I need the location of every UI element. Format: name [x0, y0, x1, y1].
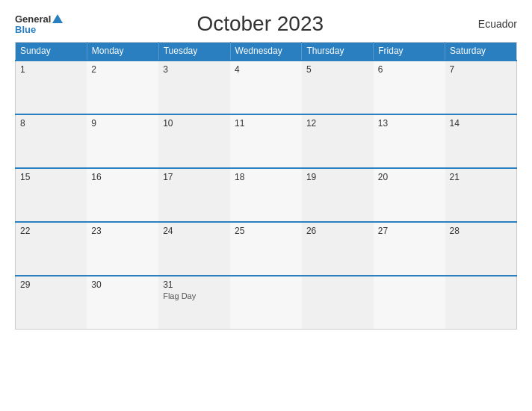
- calendar-day: 15: [16, 168, 87, 222]
- day-number: 16: [91, 172, 154, 182]
- calendar-week-3: 15161718192021: [16, 168, 517, 222]
- day-number: 17: [163, 172, 226, 182]
- day-number: 13: [378, 118, 441, 129]
- calendar-page: General Blue October 2023 Ecuador Sunday…: [0, 0, 532, 411]
- days-header-row: Sunday Monday Tuesday Wednesday Thursday…: [16, 43, 517, 61]
- calendar-day: 19: [302, 168, 374, 222]
- calendar-day: 30: [87, 276, 158, 330]
- calendar-day: 11: [230, 114, 302, 168]
- calendar-day: 25: [230, 222, 302, 276]
- day-number: 10: [163, 118, 226, 129]
- calendar-day: 10: [158, 114, 230, 168]
- day-event: Flag Day: [163, 291, 226, 300]
- day-number: 2: [91, 64, 154, 75]
- logo-general-text: General: [15, 14, 51, 24]
- day-number: 25: [235, 226, 297, 236]
- day-number: 31: [163, 279, 226, 290]
- header-monday: Monday: [87, 43, 158, 61]
- calendar-day: [445, 276, 517, 330]
- day-number: 4: [235, 64, 297, 75]
- calendar-day: [302, 276, 374, 330]
- day-number: 12: [306, 118, 369, 129]
- day-number: 22: [20, 226, 82, 236]
- calendar-day: 3: [158, 61, 230, 114]
- header: General Blue October 2023 Ecuador: [15, 12, 517, 36]
- calendar-day: 1: [16, 61, 87, 114]
- calendar-day: 2: [87, 61, 158, 114]
- calendar-day: [230, 276, 302, 330]
- calendar-day: 9: [87, 114, 158, 168]
- day-number: 21: [450, 172, 512, 182]
- day-number: 1: [20, 64, 82, 75]
- calendar-day: 6: [374, 61, 445, 114]
- calendar-day: 17: [158, 168, 230, 222]
- header-saturday: Saturday: [445, 43, 517, 61]
- header-wednesday: Wednesday: [230, 43, 302, 61]
- calendar-week-4: 22232425262728: [16, 222, 517, 276]
- calendar-table: Sunday Monday Tuesday Wednesday Thursday…: [15, 42, 517, 330]
- calendar-day: 18: [230, 168, 302, 222]
- day-number: 8: [20, 118, 82, 129]
- country-label: Ecuador: [457, 18, 517, 30]
- calendar-day: 14: [445, 114, 517, 168]
- header-sunday: Sunday: [16, 43, 87, 61]
- day-number: 5: [306, 64, 369, 75]
- calendar-day: 5: [302, 61, 374, 114]
- day-number: 26: [306, 226, 369, 236]
- day-number: 23: [91, 226, 154, 236]
- day-number: 3: [163, 64, 226, 75]
- calendar-day: [374, 276, 445, 330]
- calendar-day: 7: [445, 61, 517, 114]
- calendar-day: 24: [158, 222, 230, 276]
- calendar-day: 31Flag Day: [158, 276, 230, 330]
- calendar-day: 4: [230, 61, 302, 114]
- day-number: 27: [378, 226, 441, 236]
- header-tuesday: Tuesday: [158, 43, 230, 61]
- calendar-day: 12: [302, 114, 374, 168]
- day-number: 6: [378, 64, 441, 75]
- day-number: 18: [235, 172, 297, 182]
- calendar-week-2: 891011121314: [16, 114, 517, 168]
- calendar-title: October 2023: [63, 12, 457, 36]
- calendar-week-1: 1234567: [16, 61, 517, 114]
- header-thursday: Thursday: [302, 43, 374, 61]
- calendar-day: 22: [16, 222, 87, 276]
- calendar-day: 23: [87, 222, 158, 276]
- day-number: 11: [235, 118, 297, 129]
- logo-blue-text: Blue: [15, 25, 36, 34]
- logo: General Blue: [15, 14, 63, 34]
- logo-triangle-icon: [52, 14, 63, 23]
- header-friday: Friday: [374, 43, 445, 61]
- day-number: 9: [91, 118, 154, 129]
- day-number: 15: [20, 172, 82, 182]
- day-number: 20: [378, 172, 441, 182]
- calendar-day: 29: [16, 276, 87, 330]
- day-number: 30: [91, 279, 154, 290]
- day-number: 14: [450, 118, 512, 129]
- day-number: 19: [306, 172, 369, 182]
- day-number: 29: [20, 279, 82, 290]
- calendar-day: 27: [374, 222, 445, 276]
- calendar-day: 20: [374, 168, 445, 222]
- day-number: 7: [450, 64, 512, 75]
- calendar-day: 21: [445, 168, 517, 222]
- calendar-day: 13: [374, 114, 445, 168]
- calendar-day: 8: [16, 114, 87, 168]
- day-number: 28: [450, 226, 512, 236]
- calendar-day: 16: [87, 168, 158, 222]
- calendar-day: 26: [302, 222, 374, 276]
- calendar-day: 28: [445, 222, 517, 276]
- calendar-week-5: 293031Flag Day: [16, 276, 517, 330]
- day-number: 24: [163, 226, 226, 236]
